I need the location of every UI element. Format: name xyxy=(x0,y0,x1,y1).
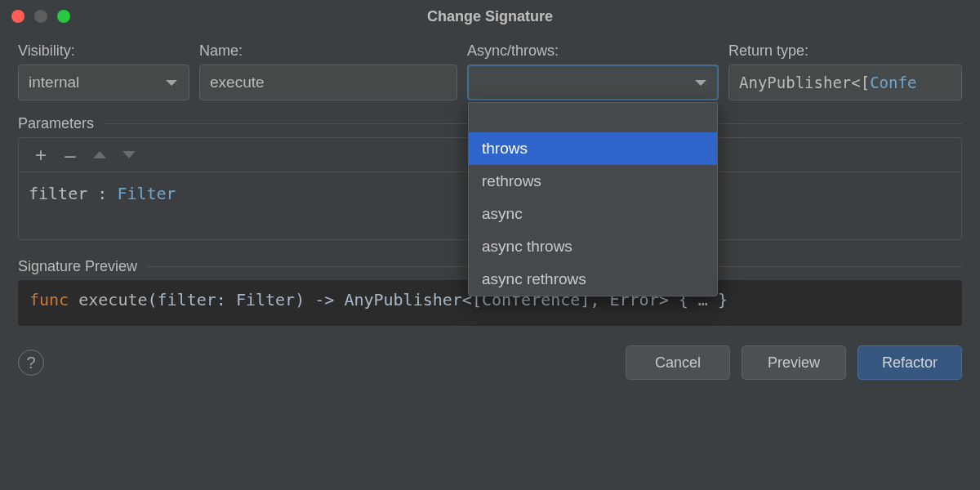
move-parameter-down-button[interactable] xyxy=(115,143,143,167)
return-type-value: AnyPublisher<[Confe xyxy=(739,74,916,91)
async-option-async-throws[interactable]: async throws xyxy=(469,230,717,263)
chevron-down-icon xyxy=(166,80,177,86)
refactor-button[interactable]: Refactor xyxy=(858,345,962,380)
visibility-label: Visibility: xyxy=(18,42,189,60)
async-option-async-rethrows[interactable]: async rethrows xyxy=(469,263,717,296)
chevron-down-icon xyxy=(695,80,706,86)
return-type-label: Return type: xyxy=(728,42,962,60)
close-window-button[interactable] xyxy=(11,10,24,23)
param-separator: : xyxy=(87,184,117,203)
help-button[interactable]: ? xyxy=(18,350,44,376)
visibility-combobox[interactable]: internal xyxy=(18,65,189,100)
async-dropdown-popup: throws rethrows async async throws async… xyxy=(468,102,718,296)
async-option-empty[interactable] xyxy=(469,103,717,132)
async-option-rethrows[interactable]: rethrows xyxy=(469,165,717,198)
async-option-throws[interactable]: throws xyxy=(469,132,717,165)
async-throws-combobox[interactable]: throws rethrows async async throws async… xyxy=(467,65,719,100)
triangle-up-icon xyxy=(93,151,106,158)
zoom-window-button[interactable] xyxy=(57,10,70,23)
move-parameter-up-button[interactable] xyxy=(86,143,114,167)
name-input-wrapper xyxy=(199,65,457,100)
add-parameter-button[interactable] xyxy=(27,143,55,167)
cancel-button[interactable]: Cancel xyxy=(626,345,730,380)
window-controls xyxy=(11,10,70,23)
name-label: Name: xyxy=(199,42,457,60)
parameters-section-label: Parameters xyxy=(18,115,94,132)
name-input[interactable] xyxy=(210,74,447,91)
minimize-window-button[interactable] xyxy=(34,10,47,23)
visibility-value: internal xyxy=(29,74,79,91)
window-titlebar: Change Signature xyxy=(0,0,980,33)
preview-section-label: Signature Preview xyxy=(18,258,137,275)
window-title: Change Signature xyxy=(0,8,980,25)
preview-button[interactable]: Preview xyxy=(742,345,846,380)
return-type-input[interactable]: AnyPublisher<[Confe xyxy=(728,65,962,100)
param-type: Filter xyxy=(117,184,176,203)
remove-parameter-button[interactable] xyxy=(56,143,84,167)
async-option-async[interactable]: async xyxy=(469,198,717,230)
async-label: Async/throws: xyxy=(467,42,719,60)
triangle-down-icon xyxy=(122,151,136,158)
param-name: filter xyxy=(29,184,87,203)
